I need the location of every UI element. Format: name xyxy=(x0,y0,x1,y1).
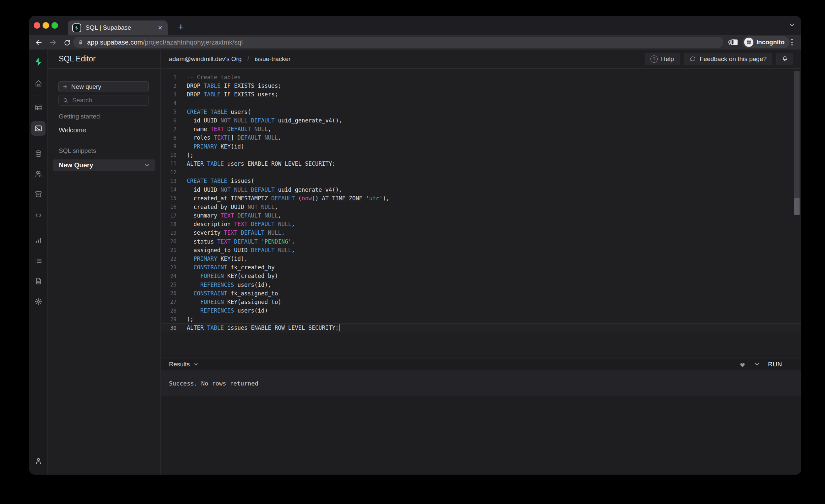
code-line[interactable]: 23 CONSTRAINT fk_created_by xyxy=(161,263,801,272)
indent-guide xyxy=(187,211,187,220)
tab-search-chevron-icon[interactable] xyxy=(790,23,795,26)
address-bar[interactable]: app.supabase.com/project/azahtnhqohyjerz… xyxy=(73,37,723,48)
breadcrumb-project[interactable]: issue-tracker xyxy=(255,56,291,63)
line-number: 27 xyxy=(161,299,176,305)
reload-button[interactable] xyxy=(62,37,72,48)
new-tab-button[interactable]: + xyxy=(174,20,188,34)
logs-list-icon[interactable] xyxy=(32,254,45,267)
supabase-logo-icon[interactable] xyxy=(32,56,45,69)
side-panel-icon[interactable] xyxy=(730,38,739,47)
line-number: 29 xyxy=(161,316,176,322)
section-label-sql-snippets: SQL snippets xyxy=(59,147,96,154)
line-number: 4 xyxy=(161,100,176,106)
code-line[interactable]: 28 REFERENCES users(id) xyxy=(161,306,801,315)
code-line[interactable]: 19 severity TEXT DEFAULT NULL, xyxy=(161,228,801,237)
browser-menu-icon[interactable] xyxy=(788,38,797,47)
code-line[interactable]: 5CREATE TABLE users( xyxy=(161,107,801,116)
results-bar: Results RUN xyxy=(161,358,801,370)
settings-gear-icon[interactable] xyxy=(32,295,45,308)
sql-code-editor[interactable]: 1-- Create tables2DROP TABLE IF EXISTS i… xyxy=(161,69,801,358)
code-line[interactable]: 26 CONSTRAINT fk_assigned_to xyxy=(161,289,801,298)
line-number: 10 xyxy=(161,152,176,158)
code-line[interactable]: 18 description TEXT DEFAULT NULL, xyxy=(161,220,801,228)
edge-functions-code-icon[interactable] xyxy=(32,209,45,222)
success-message: Success. No rows returned xyxy=(169,380,258,387)
code-line[interactable]: 7 name TEXT DEFAULT NULL, xyxy=(161,125,801,133)
database-icon[interactable] xyxy=(32,147,45,160)
sql-editor-icon[interactable] xyxy=(31,121,46,136)
code-line[interactable]: 22 PRIMARY KEY(id), xyxy=(161,255,801,263)
code-line[interactable]: 14 id UUID NOT NULL DEFAULT uuid_generat… xyxy=(161,185,801,194)
sidebar-item-new-query[interactable]: New Query xyxy=(53,159,155,171)
code-line[interactable]: 24 FOREIGN KEY(created_by) xyxy=(161,272,801,280)
home-icon[interactable] xyxy=(32,77,45,90)
browser-window: SQL | Supabase × + app.supabase.com/proj… xyxy=(29,16,801,475)
breadcrumb-org[interactable]: adam@windmill.dev's Org xyxy=(169,56,241,63)
code-line[interactable]: 11ALTER TABLE users ENABLE ROW LEVEL SEC… xyxy=(161,159,801,168)
back-button[interactable] xyxy=(34,37,44,48)
code-line[interactable]: 1-- Create tables xyxy=(161,73,801,81)
docs-file-icon[interactable] xyxy=(32,274,45,287)
code-line[interactable]: 17 summary TEXT DEFAULT NULL, xyxy=(161,211,801,220)
code-line[interactable]: 3DROP TABLE IF EXISTS users; xyxy=(161,90,801,99)
notifications-bell-icon[interactable] xyxy=(776,53,793,65)
code-line[interactable]: 15 created_at TIMESTAMPTZ DEFAULT (now()… xyxy=(161,194,801,203)
code-line[interactable]: 21 assigned_to UUID DEFAULT NULL, xyxy=(161,246,801,255)
url-text: app.supabase.com/project/azahtnhqohyjerz… xyxy=(87,39,242,46)
browser-toolbar: app.supabase.com/project/azahtnhqohyjerz… xyxy=(29,35,801,50)
code-line[interactable]: 9 PRIMARY KEY(id) xyxy=(161,142,801,151)
code-line[interactable]: 27 FOREIGN KEY(assigned_to) xyxy=(161,298,801,306)
chat-bubble-icon xyxy=(689,56,696,62)
tab-title: SQL | Supabase xyxy=(85,24,157,31)
code-line[interactable]: 13CREATE TABLE issues( xyxy=(161,176,801,185)
tab-close-icon[interactable]: × xyxy=(157,24,163,32)
browser-tab[interactable]: SQL | Supabase × xyxy=(68,20,168,35)
search-input[interactable]: Search xyxy=(58,95,149,105)
account-person-icon[interactable] xyxy=(32,454,45,467)
code-line[interactable]: 25 REFERENCES users(id), xyxy=(161,281,801,289)
help-button[interactable]: ? Help xyxy=(645,53,679,65)
code-line[interactable]: 29); xyxy=(161,315,801,323)
code-line[interactable]: 10); xyxy=(161,151,801,159)
scrollbar-thumb[interactable] xyxy=(794,198,800,215)
editor-scrollbar[interactable] xyxy=(794,71,800,215)
code-line[interactable]: 2DROP TABLE IF EXISTS issues; xyxy=(161,81,801,90)
code-line[interactable]: 6 id UUID NOT NULL DEFAULT uuid_generate… xyxy=(161,116,801,125)
code-line[interactable]: 30ALTER TABLE issues ENABLE ROW LEVEL SE… xyxy=(161,323,801,332)
code-line[interactable]: 8 roles TEXT[] DEFAULT NULL, xyxy=(161,133,801,142)
authentication-users-icon[interactable] xyxy=(32,167,45,180)
storage-icon[interactable] xyxy=(32,188,45,201)
code-line[interactable]: 16 created_by UUID NOT NULL, xyxy=(161,203,801,211)
incognito-badge[interactable]: Incognito xyxy=(743,36,790,48)
new-query-button[interactable]: + New query xyxy=(58,81,149,92)
incognito-icon xyxy=(744,38,753,47)
indent-guide xyxy=(187,203,187,211)
forward-button[interactable] xyxy=(48,37,58,48)
line-number: 3 xyxy=(161,91,176,98)
line-number: 13 xyxy=(161,178,176,184)
indent-guide xyxy=(187,281,187,289)
line-number: 25 xyxy=(161,282,176,288)
code-line[interactable]: 4 xyxy=(161,99,801,107)
code-line[interactable]: 12 xyxy=(161,168,801,176)
traffic-minimize-button[interactable] xyxy=(43,22,49,29)
reports-chart-icon[interactable] xyxy=(32,233,45,246)
supabase-favicon-icon xyxy=(72,23,81,32)
favorite-heart-icon[interactable] xyxy=(739,361,746,368)
results-dropdown[interactable]: Results xyxy=(169,361,198,368)
chevron-down-icon[interactable] xyxy=(145,164,149,167)
sidebar-item-welcome[interactable]: Welcome xyxy=(59,126,86,134)
run-button[interactable]: RUN xyxy=(768,361,782,368)
code-line[interactable]: 20 status TEXT DEFAULT 'PENDING', xyxy=(161,237,801,246)
indent-guide xyxy=(187,125,187,133)
line-number: 8 xyxy=(161,135,176,141)
table-editor-icon[interactable] xyxy=(32,101,45,114)
feedback-button[interactable]: Feedback on this page? xyxy=(684,53,772,65)
traffic-close-button[interactable] xyxy=(34,22,40,29)
search-placeholder: Search xyxy=(72,97,92,104)
line-number: 16 xyxy=(161,204,176,210)
text-cursor xyxy=(339,325,340,332)
run-options-chevron-icon[interactable] xyxy=(755,363,759,366)
traffic-zoom-button[interactable] xyxy=(52,22,58,29)
code-lines: 1-- Create tables2DROP TABLE IF EXISTS i… xyxy=(161,73,801,332)
